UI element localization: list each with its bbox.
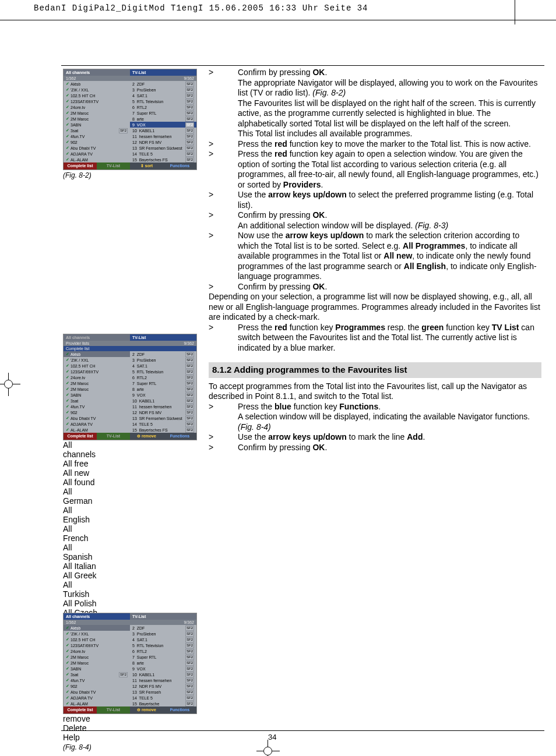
crop-mark-left	[0, 373, 20, 396]
header-rule	[0, 20, 556, 20]
print-header: BedanI DigiPal2_DigitMod T1engI 15.06.20…	[34, 3, 368, 13]
figure-8-2-label: (Fig. 8-2)	[63, 171, 197, 179]
body-text: >Confirm by pressing OK. The appropriate…	[209, 68, 541, 453]
content-bottom-rule	[61, 730, 544, 731]
section-heading: 8.1.2 Adding programmes to the Favourite…	[209, 362, 541, 378]
crop-mark-top	[515, 0, 515, 24]
figure-8-4-label: (Fig. 8-4)	[63, 743, 197, 751]
figure-8-3-screenshot: All channelsTV-List Provider lists9/362 …	[63, 334, 197, 440]
figure-8-2-screenshot: All channelsTV-List 1/3629/362 ✓Alésb✓'Z…	[63, 69, 197, 170]
content-top-rule	[61, 65, 544, 66]
crop-mark-bottom	[256, 740, 280, 756]
figure-8-4-screenshot: All channelsTV-List 1/3629/362 ✓Alésb✓'Z…	[63, 613, 197, 714]
